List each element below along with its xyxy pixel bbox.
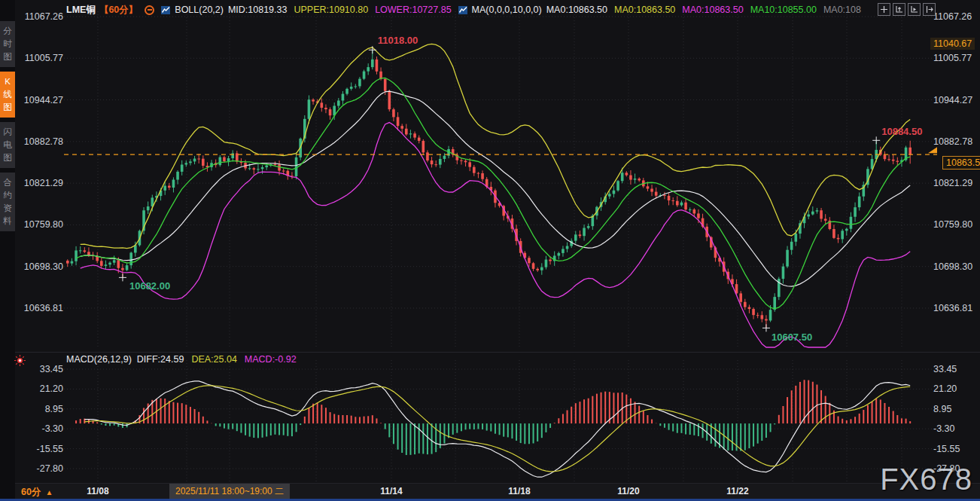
price-axis-label-left: 10759.80 [17,219,63,230]
crosshair-time-tooltip: 2025/11/11 18:00~19:00 二 [169,484,290,499]
ma-title: MA(0,0,0,10,0,0) [472,5,542,15]
macd-axis-label-left: -27.80 [17,463,63,474]
zoom-y-axis-icon[interactable] [893,3,905,16]
price-axis-label-left: 10821.29 [17,178,63,188]
svg-text:11018.00: 11018.00 [378,35,418,46]
boll-indicator-icon[interactable] [161,5,171,15]
period-selector[interactable]: 60分▲ [21,486,53,499]
price-axis-label-right: 10636.81 [933,303,972,313]
ma0-value-truncated: MA0:108 [823,5,861,15]
macd-axis-label-right: 8.95 [933,404,951,414]
alert-icon[interactable] [14,354,26,370]
price-axis-label-left: 10944.27 [17,95,63,105]
play-x-axis-icon[interactable] [908,3,921,16]
macd-title: MACD(26,12,9) [66,354,132,365]
exit-right-icon[interactable] [923,3,936,16]
sidebar-tab-合约资料[interactable]: 合约资料 [0,173,15,231]
price-axis-label-left: 10882.78 [17,136,63,147]
macd-axis-label-left: -15.55 [17,444,63,454]
price-axis-label-left: 11067.26 [17,11,63,22]
macd-dea-line [84,386,910,472]
sidebar-tab-闪电图[interactable]: 闪电图 [0,122,15,168]
macd-dea-value: DEA:25.04 [191,354,236,365]
boll-lower-line [81,123,911,347]
price-chart-canvas[interactable]: 11018.0010682.0010884.5010607.50 [0,0,980,501]
macd-histogram [76,380,910,455]
svg-text:10884.50: 10884.50 [881,126,922,137]
current-price-tag: 10863.50 [942,156,980,170]
macd-axis-label-left: 21.20 [17,383,63,394]
date-tick: 11/18 [508,486,530,496]
price-axis-label-left: 11005.77 [17,53,63,63]
price-axis-label-left: 10636.81 [17,303,63,313]
price-axis-label-right: 10944.27 [933,95,972,105]
macd-axis-label-right: -3.30 [933,423,955,434]
ma0-value-1: MA0:10863.50 [546,5,607,15]
time-axis: 60分▲ 2025/11/11 18:00~19:00 二 11/0811/14… [15,483,980,499]
ma0-value-3: MA0:10863.50 [682,5,743,15]
date-tick: 11/14 [380,486,402,496]
macd-axis-label-right: 21.20 [933,383,957,394]
price-axis-label-right: 11005.77 [933,53,972,63]
current-price-arrow [928,147,937,153]
svg-text:10682.00: 10682.00 [129,280,170,292]
price-axis-label-right: 10698.30 [933,261,972,272]
date-tick: 11/20 [617,486,639,496]
macd-diff-value: DIFF:24.59 [137,354,184,365]
sidebar-tabs: 分时图K线图闪电图合约资料 [0,0,15,501]
macd-header: MACD(26,12,9) DIFF:24.59 DEA:25.04 MACD:… [66,354,297,365]
trading-chart-app: 11018.0010682.0010884.5010607.50 分时图K线图闪… [0,0,980,501]
date-tick: 11/08 [87,486,108,496]
boll-upper-value: UPPER:10910.80 [294,5,368,15]
macd-diff-line [84,381,910,477]
date-tick: 11/22 [726,486,748,496]
price-axis-label-right: 11067.26 [933,11,972,22]
boll-upper-line [81,44,911,248]
symbol-label: LME铜 [66,4,96,17]
macd-axis-label-left: -3.30 [17,423,63,434]
boll-mid-value: MID:10819.33 [228,5,288,15]
crosshair-move-icon[interactable] [878,3,890,16]
settings-ring-icon[interactable] [145,5,154,15]
period-dropdown-arrow: ▲ [45,488,53,496]
sidebar-tab-分时图[interactable]: 分时图 [0,21,15,67]
watermark: FX678 [880,463,972,496]
session-high-tag: 11040.67 [930,38,975,50]
price-axis-label-right: 10882.78 [933,136,972,147]
boll-title: BOLL(20,2) [175,5,224,15]
macd-axis-label-right: 33.45 [933,364,957,374]
indicator-header: LME铜 【60分】 BOLL(20,2) MID:10819.33 UPPER… [66,3,861,17]
price-axis-label-right: 10821.29 [933,178,972,188]
annotation-10607.50: 10607.50 [762,324,812,343]
svg-text:10607.50: 10607.50 [772,331,812,343]
macd-axis-label-right: -15.55 [933,444,960,454]
period-label: 【60分】 [99,4,138,17]
sidebar-tab-K线图[interactable]: K线图 [0,72,15,118]
macd-axis-label-left: 8.95 [17,404,63,414]
macd-hist-value: MACD:-0.92 [245,354,297,365]
ma10-value: MA10:10855.00 [750,5,817,15]
price-axis-label-left: 10698.30 [17,261,63,272]
ma0-value-2: MA0:10863.50 [614,5,675,15]
ma-indicator-icon[interactable] [458,5,468,15]
chart-toolbar [878,3,936,16]
price-axis-label-right: 10759.80 [933,219,972,230]
annotation-10682.00: 10682.00 [119,273,170,292]
panel-separator [15,352,980,353]
boll-lower-value: LOWER:10727.85 [375,5,451,15]
